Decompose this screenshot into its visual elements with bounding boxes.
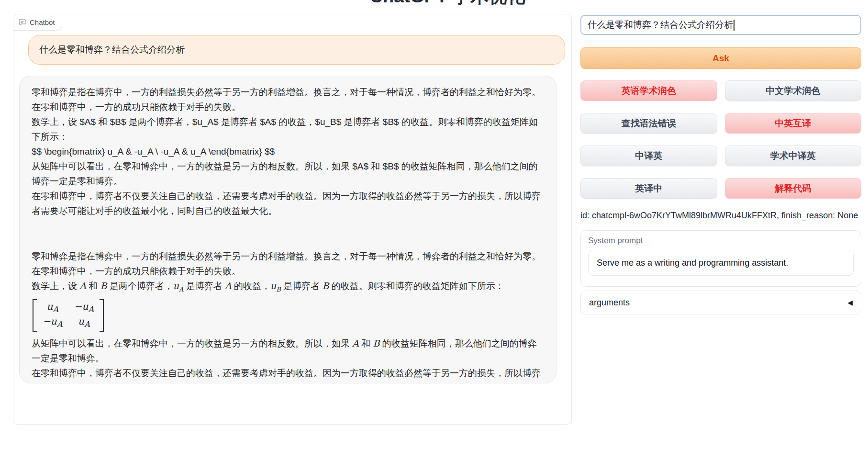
- quick-action-zh-to-en[interactable]: 中译英: [580, 146, 717, 166]
- quick-action-en-to-zh[interactable]: 英译中: [580, 178, 717, 199]
- bot-paragraph: 零和博弈是指在博弈中，一方的利益损失必然等于另一方的利益增益。换言之，对于每一种…: [32, 249, 544, 279]
- matrix-cell: uA: [74, 315, 94, 330]
- math-var: B: [100, 280, 107, 291]
- system-prompt-label: System prompt: [588, 236, 854, 246]
- math-var: uA: [173, 280, 184, 291]
- bot-message: 零和博弈是指在博弈中，一方的利益损失必然等于另一方的利益增益。换言之，对于每一种…: [19, 76, 556, 383]
- math-var: B: [322, 280, 329, 291]
- user-message: 什么是零和博弈？结合公式介绍分析: [28, 35, 565, 65]
- page-title-clip: ChatGPT 学术优化: [0, 0, 868, 6]
- matrix-left-bracket: [33, 299, 37, 332]
- quick-action-explain-code[interactable]: 解释代码: [725, 178, 862, 199]
- math-var: A: [352, 338, 359, 348]
- chatbot-label: Chatbot: [13, 14, 62, 31]
- question-input-value: 什么是零和博弈？结合公式介绍分析: [588, 19, 733, 31]
- quick-action-english-polish[interactable]: 英语学术润色: [580, 80, 717, 101]
- matrix-right-bracket: [100, 299, 104, 332]
- math-var: B: [373, 338, 380, 348]
- quick-actions-grid: 英语学术润色 中文学术润色 查找语法错误 中英互译 中译英 学术中译英 英译中 …: [580, 80, 861, 199]
- bot-paragraph: 在零和博弈中，博弈者不仅要关注自己的收益，还需要考虑对手的收益。因为一方取得的收…: [32, 366, 544, 383]
- math-var: A: [225, 280, 232, 291]
- arguments-accordion-label: arguments: [589, 298, 630, 308]
- quick-action-chinese-polish[interactable]: 中文学术润色: [725, 80, 862, 101]
- bot-rendered-block: 零和博弈是指在博弈中，一方的利益损失必然等于另一方的利益增益。换言之，对于每一种…: [32, 249, 544, 383]
- matrix-cell: −uA: [74, 301, 94, 315]
- quick-action-academic-zh-to-en[interactable]: 学术中译英: [725, 146, 862, 166]
- completion-status-text: id: chatcmpl-6wOo7KrYTwMl89lbrMWRu4UkFFX…: [580, 211, 861, 221]
- collapse-arrow-icon[interactable]: ◀: [847, 299, 853, 306]
- chatbot-panel: Chatbot 什么是零和博弈？结合公式介绍分析 零和博弈是指在博弈中，一方的利…: [13, 14, 572, 425]
- page-title: ChatGPT 学术优化: [13, 0, 868, 6]
- system-prompt-input[interactable]: Serve me as a writing and programming as…: [588, 250, 854, 276]
- ask-button[interactable]: Ask: [580, 47, 861, 69]
- bot-math-line: 数学上，设 A 和 B 是两个博弈者，uA 是博弈者 A 的收益，uB 是博弈者…: [32, 279, 544, 297]
- question-input[interactable]: 什么是零和博弈？结合公式介绍分析: [580, 15, 861, 35]
- quick-action-find-grammar-errors[interactable]: 查找语法错误: [580, 113, 717, 134]
- chatbot-label-text: Chatbot: [30, 18, 55, 26]
- math-var: uB: [270, 280, 281, 291]
- math-var: A: [79, 280, 86, 291]
- bot-raw-markdown: 零和博弈是指在博弈中，一方的利益损失必然等于另一方的利益增益。换言之，对于每一种…: [32, 85, 544, 218]
- payoff-matrix: uA −uA −uA uA: [33, 299, 104, 332]
- chat-bubble-icon: [18, 18, 26, 26]
- system-prompt-block: System prompt Serve me as a writing and …: [580, 230, 861, 287]
- user-message-text: 什么是零和博弈？结合公式介绍分析: [39, 44, 185, 56]
- bot-paragraph: 从矩阵中可以看出，在零和博弈中，一方的收益是另一方的相反数。所以，如果 A 和 …: [32, 336, 544, 366]
- matrix-cell: −uA: [43, 315, 63, 330]
- matrix-cell: uA: [43, 301, 63, 315]
- quick-action-zh-en-mutual-translate[interactable]: 中英互译: [725, 113, 862, 134]
- arguments-accordion[interactable]: arguments ◀: [580, 291, 861, 314]
- text-caret: [734, 20, 734, 31]
